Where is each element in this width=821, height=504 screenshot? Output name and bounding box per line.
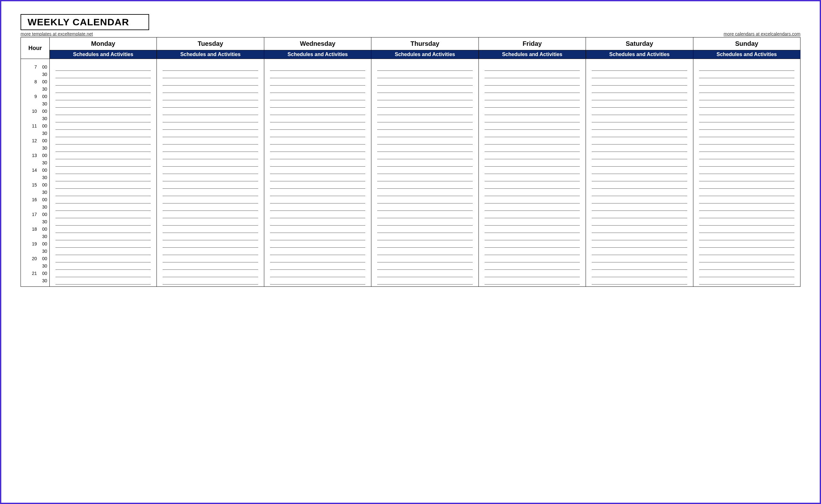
- schedule-slot[interactable]: [55, 108, 151, 115]
- schedule-slot[interactable]: [55, 255, 151, 262]
- schedule-slot[interactable]: [592, 145, 687, 152]
- schedule-slot[interactable]: [377, 181, 472, 189]
- schedule-slot[interactable]: [699, 262, 794, 270]
- schedule-slot[interactable]: [55, 137, 151, 145]
- schedule-slot[interactable]: [162, 196, 258, 203]
- schedule-slot[interactable]: [55, 226, 151, 233]
- schedule-slot[interactable]: [592, 100, 687, 108]
- schedule-slot[interactable]: [270, 277, 365, 285]
- schedule-slot[interactable]: [699, 218, 794, 226]
- schedule-slot[interactable]: [699, 122, 794, 130]
- schedule-slot[interactable]: [377, 167, 472, 174]
- schedule-slot[interactable]: [270, 159, 365, 167]
- schedule-slot[interactable]: [162, 174, 258, 181]
- schedule-slot[interactable]: [162, 108, 258, 115]
- schedule-slot[interactable]: [162, 218, 258, 226]
- schedule-slot[interactable]: [270, 248, 365, 255]
- schedule-slot[interactable]: [377, 115, 472, 122]
- schedule-slot[interactable]: [485, 137, 580, 145]
- schedule-slot[interactable]: [55, 71, 151, 78]
- schedule-slot[interactable]: [55, 145, 151, 152]
- schedule-slot[interactable]: [699, 181, 794, 189]
- schedule-slot[interactable]: [162, 240, 258, 248]
- schedule-slot[interactable]: [377, 255, 472, 262]
- schedule-slot[interactable]: [485, 203, 580, 211]
- schedule-slot[interactable]: [699, 100, 794, 108]
- schedule-slot[interactable]: [592, 240, 687, 248]
- schedule-slot[interactable]: [485, 262, 580, 270]
- schedule-slot[interactable]: [162, 233, 258, 240]
- schedule-slot[interactable]: [55, 86, 151, 93]
- schedule-slot[interactable]: [592, 226, 687, 233]
- schedule-slot[interactable]: [485, 63, 580, 71]
- schedule-slot[interactable]: [162, 181, 258, 189]
- schedule-slot[interactable]: [270, 63, 365, 71]
- schedule-slot[interactable]: [699, 137, 794, 145]
- link-right[interactable]: more calendars at excelcalendars.com: [724, 31, 800, 37]
- schedule-slot[interactable]: [377, 130, 472, 137]
- schedule-slot[interactable]: [270, 181, 365, 189]
- schedule-slot[interactable]: [699, 152, 794, 159]
- schedule-slot[interactable]: [270, 167, 365, 174]
- schedule-slot[interactable]: [377, 78, 472, 86]
- schedule-slot[interactable]: [699, 63, 794, 71]
- schedule-slot[interactable]: [592, 211, 687, 218]
- schedule-slot[interactable]: [699, 226, 794, 233]
- link-left[interactable]: more templates at exceltemplate.net: [21, 31, 93, 37]
- schedule-slot[interactable]: [162, 86, 258, 93]
- schedule-slot[interactable]: [592, 270, 687, 277]
- schedule-slot[interactable]: [592, 218, 687, 226]
- schedule-slot[interactable]: [270, 130, 365, 137]
- schedule-slot[interactable]: [377, 63, 472, 71]
- schedule-slot[interactable]: [592, 174, 687, 181]
- schedule-slot[interactable]: [592, 137, 687, 145]
- schedule-slot[interactable]: [377, 240, 472, 248]
- schedule-slot[interactable]: [592, 277, 687, 285]
- schedule-slot[interactable]: [592, 130, 687, 137]
- schedule-slot[interactable]: [270, 137, 365, 145]
- schedule-slot[interactable]: [377, 152, 472, 159]
- schedule-slot[interactable]: [592, 189, 687, 196]
- schedule-slot[interactable]: [485, 86, 580, 93]
- schedule-slot[interactable]: [377, 226, 472, 233]
- schedule-slot[interactable]: [699, 174, 794, 181]
- schedule-slot[interactable]: [55, 196, 151, 203]
- schedule-slot[interactable]: [485, 255, 580, 262]
- schedule-slot[interactable]: [592, 203, 687, 211]
- schedule-slot[interactable]: [699, 211, 794, 218]
- schedule-slot[interactable]: [485, 71, 580, 78]
- schedule-slot[interactable]: [270, 189, 365, 196]
- schedule-slot[interactable]: [270, 152, 365, 159]
- schedule-slot[interactable]: [592, 122, 687, 130]
- schedule-slot[interactable]: [377, 203, 472, 211]
- schedule-slot[interactable]: [592, 152, 687, 159]
- schedule-slot[interactable]: [699, 115, 794, 122]
- schedule-slot[interactable]: [485, 240, 580, 248]
- schedule-slot[interactable]: [592, 255, 687, 262]
- schedule-slot[interactable]: [162, 71, 258, 78]
- schedule-slot[interactable]: [377, 218, 472, 226]
- schedule-slot[interactable]: [377, 145, 472, 152]
- schedule-slot[interactable]: [485, 122, 580, 130]
- schedule-slot[interactable]: [270, 211, 365, 218]
- schedule-slot[interactable]: [485, 211, 580, 218]
- schedule-slot[interactable]: [485, 115, 580, 122]
- schedule-slot[interactable]: [485, 78, 580, 86]
- schedule-slot[interactable]: [592, 71, 687, 78]
- schedule-slot[interactable]: [162, 189, 258, 196]
- schedule-slot[interactable]: [699, 167, 794, 174]
- schedule-slot[interactable]: [377, 71, 472, 78]
- schedule-slot[interactable]: [699, 248, 794, 255]
- schedule-slot[interactable]: [699, 86, 794, 93]
- schedule-slot[interactable]: [270, 174, 365, 181]
- schedule-slot[interactable]: [485, 181, 580, 189]
- schedule-slot[interactable]: [162, 277, 258, 285]
- schedule-slot[interactable]: [592, 262, 687, 270]
- schedule-slot[interactable]: [162, 137, 258, 145]
- schedule-slot[interactable]: [699, 270, 794, 277]
- schedule-slot[interactable]: [592, 181, 687, 189]
- schedule-slot[interactable]: [485, 167, 580, 174]
- schedule-slot[interactable]: [485, 218, 580, 226]
- schedule-slot[interactable]: [162, 78, 258, 86]
- schedule-slot[interactable]: [55, 167, 151, 174]
